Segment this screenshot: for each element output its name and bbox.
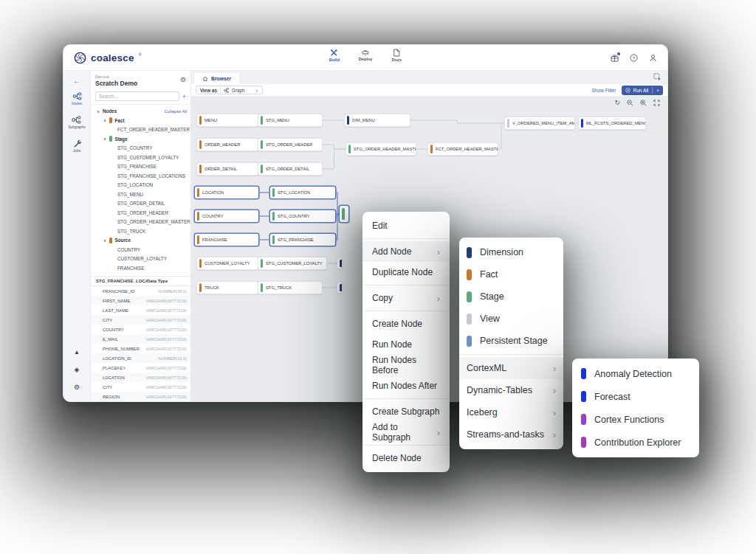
menu-item-run-nodes-before[interactable]: Run Nodes Before [362,355,450,375]
graph-node[interactable]: STG_CUSTOMER_LOYALTY [258,257,327,270]
graph-node[interactable]: STG_LOCATION [269,186,336,199]
account-button[interactable] [649,54,657,62]
tree-item[interactable]: FRANCHISE [91,263,190,273]
menu-item-anomaly-detection[interactable]: Anomaly Detection [572,362,699,385]
menu-item-dimension[interactable]: Dimension [459,241,563,263]
tree-item[interactable]: STG_FRANCHISE_LOCATIONS [91,171,190,181]
menu-divider [362,238,450,239]
tab-browser[interactable]: Browser [194,73,239,84]
menu-item-add-to-subgraph[interactable]: Add to Subgraph› [362,422,450,443]
alerts-triangle-icon[interactable]: ▲ [74,350,80,356]
graph-node[interactable]: STG_TRUCK [258,281,323,294]
run-all-button[interactable]: Run All ∨ [622,86,663,95]
graph-node[interactable] [337,282,343,294]
graph-node[interactable]: STG_MENU [258,114,323,127]
tree-item[interactable]: STG_CUSTOMER_LOYALTY [91,153,190,162]
graph-node[interactable]: STG_FRANCHISE [269,233,336,246]
graph-node[interactable]: TRUCK [196,281,258,294]
view-as-dropdown[interactable]: View as Graph ∨ [196,86,263,94]
tree-item[interactable]: CUSTOMER_LOYALTY [91,255,190,264]
graph-node[interactable]: STG_ORDER_DETAIL [258,162,323,176]
settings-gear-icon[interactable]: ⚙ [74,384,80,391]
refresh-icon[interactable]: ↻ [614,100,620,106]
graph-node[interactable]: FRANCHISE [194,233,259,246]
whats-new-button[interactable] [611,54,619,62]
tree-item[interactable]: STG_ORDER_HEADER [91,208,190,218]
tree-item[interactable]: STG_ORDER_DETAIL [91,199,190,209]
nav-deploy[interactable]: Deploy [359,49,373,62]
tree-item[interactable]: STG_COUNTRY [91,144,190,153]
nav-build[interactable]: Build [329,49,340,62]
menu-item-persistent-stage[interactable]: Persistent Stage [459,330,563,352]
graph-node[interactable]: COUNTRY [194,210,259,223]
search-input[interactable] [95,91,179,101]
menu-item-copy[interactable]: Copy› [362,288,450,308]
menu-item-run-node[interactable]: Run Node [362,334,450,355]
graph-node[interactable]: STG_ORDER_HEADER_MASTER [346,142,416,156]
collapse-panel-button[interactable]: ← [73,77,80,85]
menu-item-delete-node[interactable]: Delete Node [362,448,450,468]
tree-header[interactable]: ∨ Nodes Collapse All [91,106,190,116]
show-filter-link[interactable]: Show Filter [591,88,616,93]
git-diamond-icon[interactable]: ◈ [75,367,80,373]
workspace-settings-gear-icon[interactable]: ⚙ [180,77,186,83]
zoom-out-icon[interactable] [627,100,633,106]
graph-node[interactable]: CUSTOMER_LOYALTY [196,257,258,270]
graph-node[interactable] [337,257,343,269]
zoom-in-icon[interactable] [640,100,647,106]
menu-item-stage[interactable]: Stage [459,285,563,308]
graph-node[interactable]: STG_ORDER_HEADER [258,138,323,151]
rail-item-nodes[interactable]: Nodes [72,92,82,105]
tree-item[interactable]: FCT_ORDER_HEADER_MASTER [91,125,190,135]
tree-group[interactable]: ∨Stage [91,134,190,144]
tree-group[interactable]: ∨Source [91,236,190,246]
rail-item-subgraphs[interactable]: Subgraphs [68,116,85,129]
nav-build-label: Build [329,58,340,62]
graph-node[interactable] [339,205,349,223]
tree-item[interactable]: STG_ORDER_HEADER_MASTER [91,218,190,227]
graph-node[interactable]: DIM_MENU [344,114,410,127]
tree-group[interactable]: ∨Fact [91,116,190,125]
menu-item-forecast[interactable]: Forecast [572,385,699,408]
graph-view-icon [224,88,229,93]
menu-item-iceberg[interactable]: Iceberg› [459,401,563,423]
tree-item[interactable]: STG_FRANCHISE [91,162,190,172]
tree-item[interactable]: STG_LOCATION [91,181,190,190]
graph-node[interactable]: ORDER_DETAIL [196,162,258,176]
nav-docs[interactable]: Docs [391,49,402,62]
rail-item-jobs[interactable]: Jobs [73,139,81,153]
menu-item-duplicate-node[interactable]: Duplicate Node [362,262,450,283]
graph-node[interactable]: STG_COUNTRY [269,210,336,223]
coalesce-logo-icon [74,52,86,64]
graph-node[interactable]: MENU [196,114,258,127]
graph-node[interactable]: ORDER_HEADER [196,138,258,151]
graph-node[interactable]: ML_FCSTS_ORDERED_MENU_ITEM... [578,117,646,130]
select-mode-button[interactable] [653,73,662,81]
tree-item[interactable]: STG_TRUCK [91,226,190,236]
menu-item-dynamic-tables[interactable]: Dynamic-Tables› [459,379,563,401]
menu-item-cortex-functions[interactable]: Cortex Functions [572,408,699,431]
graph-node[interactable]: V_ORDERED_MENU_ITEM_AMOUNTS [504,117,575,130]
fit-to-screen-icon[interactable] [653,100,660,106]
menu-item-add-node[interactable]: Add Node› [362,241,450,262]
help-button[interactable]: ? [630,54,638,62]
tree-item[interactable]: STG_MENU [91,190,190,199]
menu-item-edit[interactable]: Edit [362,215,450,236]
docs-icon [394,49,400,57]
graph-node[interactable]: FCT_ORDER_HEADER_MASTER [427,142,498,156]
collapse-all-link[interactable]: Collapse All [165,109,187,114]
menu-item-cortexml[interactable]: CortexML› [459,357,563,379]
icon-rail: ← Nodes Subgraphs [63,71,91,401]
menu-item-run-nodes-after[interactable]: Run Nodes After [362,375,450,396]
menu-item-create-subgraph[interactable]: Create Subgraph [362,401,450,422]
menu-item-create-node[interactable]: Create Node [362,314,450,334]
graph-node[interactable]: LOCATION [194,186,259,199]
tree-item[interactable]: COUNTRY [91,245,190,255]
add-node-plus-button[interactable]: + [182,93,186,100]
menu-item-contribution-explorer[interactable]: Contribution Explorer [572,431,699,454]
menu-item-streams-and-tasks[interactable]: Streams-and-tasks› [459,423,563,446]
menu-item-fact[interactable]: Fact [459,263,563,285]
search-row: + [91,89,190,105]
menu-item-view[interactable]: View [459,308,563,330]
node-type-pill [581,437,586,448]
